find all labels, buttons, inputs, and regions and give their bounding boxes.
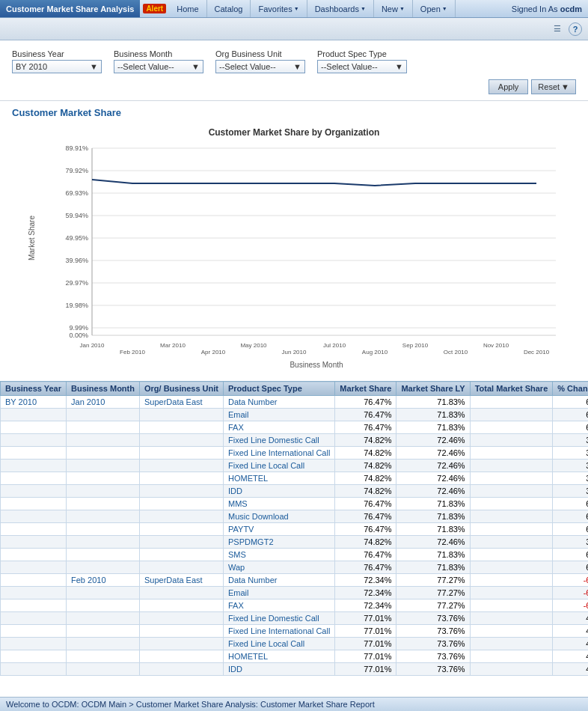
table-cell xyxy=(67,472,140,485)
table-cell: 3.25% xyxy=(553,472,588,485)
table-cell xyxy=(67,523,140,536)
nav-dashboards[interactable]: Dashboards xyxy=(307,0,374,17)
table-cell xyxy=(1,612,67,625)
table-cell[interactable]: MMS xyxy=(224,498,335,510)
table-cell[interactable]: FAX xyxy=(224,421,335,434)
org-business-unit-select[interactable]: --Select Value-- ▼ xyxy=(215,60,305,73)
table-cell xyxy=(1,434,67,447)
svg-text:59.94%: 59.94% xyxy=(65,212,88,219)
table-cell: 6.46% xyxy=(553,409,588,421)
settings-icon[interactable]: ☰ xyxy=(549,21,566,37)
table-cell[interactable]: Fixed Line Domestic Call xyxy=(224,612,335,625)
table-cell[interactable]: SuperData East xyxy=(139,396,223,409)
table-cell xyxy=(1,536,67,549)
table-cell: 3.25% xyxy=(553,536,588,549)
table-cell: 6.46% xyxy=(553,561,588,574)
help-icon[interactable]: ? xyxy=(569,22,582,36)
apply-button[interactable]: Apply xyxy=(489,79,529,94)
table-cell: 76.47% xyxy=(335,561,396,574)
reset-button[interactable]: Reset ▼ xyxy=(531,79,576,94)
nav-favorites[interactable]: Favorites xyxy=(251,0,307,17)
table-cell xyxy=(1,638,67,650)
table-cell[interactable]: SuperData East xyxy=(139,574,223,587)
table-cell[interactable]: Fixed Line International Call xyxy=(224,447,335,460)
filter-buttons: Apply Reset ▼ xyxy=(12,79,576,94)
table-cell[interactable]: FAX xyxy=(224,599,335,612)
svg-text:Jun 2010: Jun 2010 xyxy=(282,349,307,356)
table-cell[interactable]: Music Download xyxy=(224,510,335,523)
table-cell xyxy=(1,421,67,434)
table-cell[interactable]: PAYTV xyxy=(224,523,335,536)
col-header-product: Product Spec Type xyxy=(224,382,335,396)
table-cell xyxy=(470,409,553,421)
table-cell xyxy=(139,472,223,485)
table-cell xyxy=(67,421,140,434)
table-row: Fixed Line International Call74.82%72.46… xyxy=(1,447,589,460)
table-cell: 77.01% xyxy=(335,625,396,638)
svg-text:Nov 2010: Nov 2010 xyxy=(483,342,509,349)
table-cell: 6.46% xyxy=(553,396,588,409)
nav-new[interactable]: New xyxy=(374,0,413,17)
svg-text:79.92%: 79.92% xyxy=(65,167,88,174)
table-row: Fixed Line International Call77.01%73.76… xyxy=(1,625,589,638)
table-cell[interactable]: Data Number xyxy=(224,396,335,409)
table-cell[interactable]: Wap xyxy=(224,561,335,574)
filter-group-month: Business Month --Select Value-- ▼ xyxy=(114,49,203,73)
table-cell[interactable]: Feb 2010 xyxy=(67,574,140,587)
table-cell[interactable]: PSPDMGT2 xyxy=(224,536,335,549)
nav-open[interactable]: Open xyxy=(413,0,456,17)
nav-home[interactable]: Home xyxy=(169,0,206,17)
nav-catalog[interactable]: Catalog xyxy=(207,0,251,17)
table-cell[interactable]: Data Number xyxy=(224,574,335,587)
table-cell[interactable]: IDD xyxy=(224,485,335,498)
table-cell xyxy=(139,434,223,447)
table-cell[interactable]: Email xyxy=(224,587,335,599)
svg-text:Jul 2010: Jul 2010 xyxy=(323,342,346,349)
table-cell: 72.34% xyxy=(335,587,396,599)
table-row: PSPDMGT274.82%72.46%3.25% xyxy=(1,536,589,549)
table-cell xyxy=(470,396,553,409)
svg-text:Sep 2010: Sep 2010 xyxy=(402,342,429,349)
table-cell[interactable]: Email xyxy=(224,409,335,421)
table-cell: 76.47% xyxy=(335,409,396,421)
table-cell[interactable]: Fixed Line Local Call xyxy=(224,460,335,472)
table-row: FAX72.34%77.27%-6.38% xyxy=(1,599,589,612)
table-row: HOMETEL74.82%72.46%3.25% xyxy=(1,472,589,485)
table-cell[interactable]: HOMETEL xyxy=(224,650,335,663)
product-spec-type-select[interactable]: --Select Value-- ▼ xyxy=(317,60,407,73)
table-cell xyxy=(139,447,223,460)
table-cell[interactable]: Jan 2010 xyxy=(67,396,140,409)
table-cell[interactable]: Fixed Line International Call xyxy=(224,625,335,638)
table-cell xyxy=(1,498,67,510)
table-cell: -6.38% xyxy=(553,587,588,599)
table-cell[interactable]: BY 2010 xyxy=(1,396,67,409)
svg-text:Jan 2010: Jan 2010 xyxy=(80,342,105,349)
col-header-tms: Total Market Share xyxy=(470,382,553,396)
svg-text:89.91%: 89.91% xyxy=(65,144,88,152)
table-cell xyxy=(470,574,553,587)
table-row: FAX76.47%71.83%6.46% xyxy=(1,421,589,434)
table-cell[interactable]: IDD xyxy=(224,663,335,676)
business-month-select[interactable]: --Select Value-- ▼ xyxy=(114,60,203,73)
table-cell xyxy=(1,409,67,421)
main-content-scroll[interactable]: Business Year BY 2010 ▼ Business Month -… xyxy=(0,40,588,711)
table-cell xyxy=(139,536,223,549)
table-cell: 72.46% xyxy=(396,485,470,498)
table-cell[interactable]: SMS xyxy=(224,549,335,561)
table-cell[interactable]: Fixed Line Domestic Call xyxy=(224,434,335,447)
table-cell xyxy=(470,561,553,574)
table-cell xyxy=(67,638,140,650)
table-cell xyxy=(67,460,140,472)
table-cell[interactable]: HOMETEL xyxy=(224,472,335,485)
table-cell: 3.25% xyxy=(553,434,588,447)
table-cell: 76.47% xyxy=(335,510,396,523)
col-header-ms: Market Share xyxy=(335,382,396,396)
table-cell: 77.27% xyxy=(396,599,470,612)
col-header-msly: Market Share LY xyxy=(396,382,470,396)
table-cell xyxy=(67,485,140,498)
business-year-select[interactable]: BY 2010 ▼ xyxy=(12,60,102,73)
table-cell[interactable]: Fixed Line Local Call xyxy=(224,638,335,650)
table-cell xyxy=(67,561,140,574)
table-cell: 77.01% xyxy=(335,663,396,676)
table-cell xyxy=(470,625,553,638)
